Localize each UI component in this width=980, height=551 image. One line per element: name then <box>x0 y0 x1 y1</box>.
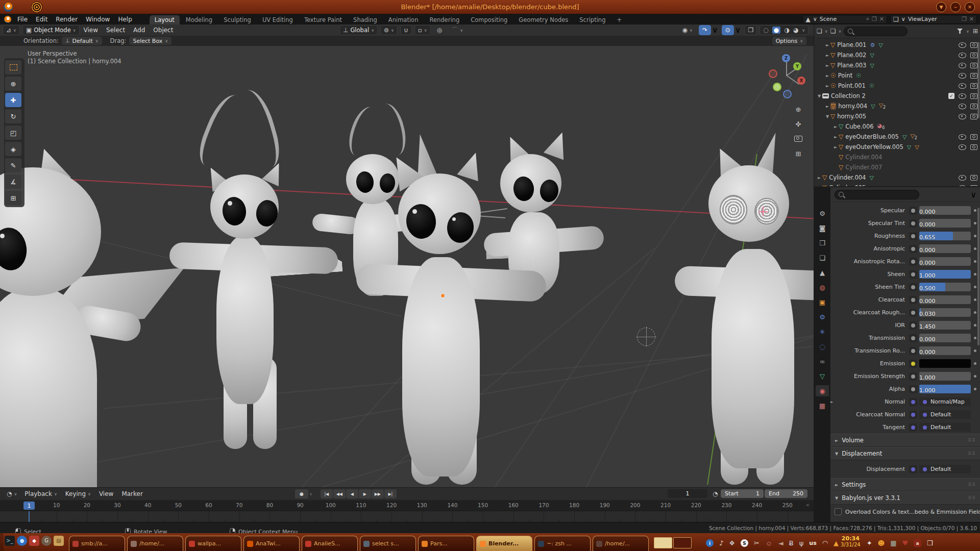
shading-material[interactable]: ◑ <box>784 27 789 33</box>
properties-search-input[interactable] <box>846 191 894 198</box>
outliner-row-plane-003[interactable]: ►▽Plane.003▽ <box>814 60 980 70</box>
taskbar-window-home[interactable]: /home/... <box>127 536 183 551</box>
expand-arrow[interactable]: ► <box>824 73 830 78</box>
tool-add-cube[interactable]: ⊞ <box>5 191 21 205</box>
properties-tab-output[interactable]: ❒ <box>816 237 829 248</box>
properties-scrollbar[interactable] <box>977 208 979 345</box>
keyframe-decorator[interactable] <box>974 222 976 224</box>
render-camera-icon[interactable] <box>970 53 977 58</box>
remove-viewlayer-icon[interactable]: ✕ <box>969 16 974 22</box>
tray-scissors-icon[interactable]: ✂ <box>754 540 760 546</box>
outliner-row-eyeouteryellow-005[interactable]: ►▽eyeOuterYellow.005▽▽ <box>814 142 980 152</box>
outliner-row-plane-001[interactable]: ►▽Plane.001⚙▽ <box>814 40 980 50</box>
object-name[interactable]: Plane.001 <box>837 41 866 48</box>
tool-cursor[interactable]: ⊕ <box>5 77 21 91</box>
preview-range-icon[interactable]: ◔ <box>709 489 721 499</box>
tray-volume-icon[interactable]: ◄ <box>778 540 783 546</box>
object-name[interactable]: Cylinder.004 <box>829 174 866 181</box>
launcher-browser-icon[interactable]: ● <box>17 536 27 546</box>
panel-grip-icon[interactable]: ⠿⠿ <box>968 451 976 456</box>
taskbar-clock[interactable]: 20:343/31/24 <box>841 535 861 548</box>
property-slider[interactable]: 1.000 <box>919 385 971 393</box>
expand-arrow[interactable]: ▼ <box>816 94 822 98</box>
outliner-scrollbar[interactable] <box>977 42 979 118</box>
menu-help[interactable]: Help <box>114 16 136 23</box>
properties-tab-render[interactable]: ◙ <box>816 222 829 234</box>
socket-button[interactable] <box>909 465 917 473</box>
workspace-tab-compositing[interactable]: Compositing <box>465 15 512 24</box>
object-name[interactable]: eyeOuterBlue.005 <box>845 133 899 140</box>
socket-button[interactable] <box>909 309 917 317</box>
new-scene-icon[interactable]: ❐ <box>872 16 877 22</box>
shading-wireframe[interactable]: ◌ <box>763 27 768 33</box>
taskbar-window-home[interactable]: /home/... <box>593 536 649 551</box>
object-name[interactable]: Collection 2 <box>831 92 866 99</box>
object-name[interactable]: eyeOuterYellow.005 <box>845 143 903 151</box>
property-slider[interactable]: 0.655 <box>919 232 971 240</box>
menu-file[interactable]: File <box>13 16 32 23</box>
pin-icon[interactable]: ⌖ <box>866 16 869 22</box>
keyframe-decorator[interactable] <box>974 298 976 301</box>
outliner-editor-icon[interactable]: ❏ <box>817 28 822 34</box>
taskbar-window-smb-a[interactable]: smb://a... <box>69 536 125 551</box>
xray-toggle[interactable]: ❐ <box>744 25 757 35</box>
pivot-selector[interactable]: ⊚∨ <box>380 25 398 35</box>
properties-tab-world[interactable]: ◍ <box>816 282 829 293</box>
jump-to-end-button[interactable]: ▶| <box>384 489 397 498</box>
expand-arrow[interactable]: ► <box>830 400 836 404</box>
proportional-edit-toggle[interactable]: ◎ <box>433 25 446 35</box>
visibility-eye-icon[interactable] <box>959 42 966 48</box>
expand-arrow[interactable]: ► <box>832 145 839 149</box>
taskbar-window-pars[interactable]: Pars... <box>418 536 474 551</box>
launcher-files-icon[interactable]: ▤ <box>54 536 64 546</box>
keyframe-decorator[interactable] <box>974 247 976 250</box>
panel-header-displacement[interactable]: ▼Displacement⠿⠿ <box>830 447 980 460</box>
tray-network-globe-icon[interactable]: ○ <box>765 539 773 547</box>
gizmo-z-axis[interactable]: Z <box>782 54 790 62</box>
gizmo-toggle[interactable]: ↷ <box>699 25 711 35</box>
object-name[interactable]: Plane.003 <box>837 62 866 69</box>
outliner-row-point-001[interactable]: ►☉Point.001☉ <box>814 81 980 91</box>
tray-music-icon[interactable]: ♪ <box>719 540 723 546</box>
outliner-search-input[interactable] <box>855 28 903 35</box>
proportional-falloff[interactable]: ⌒∨ <box>448 25 467 35</box>
keyframe-decorator[interactable] <box>974 286 976 288</box>
tool-measure[interactable]: ∡ <box>5 174 21 189</box>
tool-move[interactable]: ✚ <box>5 93 21 107</box>
properties-options-icon[interactable]: ∨ <box>970 190 976 199</box>
tray-archive-icon[interactable]: a <box>914 539 921 547</box>
gizmo-x-axis[interactable]: X <box>797 77 805 85</box>
property-slider[interactable]: 0.000 <box>919 219 971 228</box>
property-slider[interactable]: 0.000 <box>919 257 971 266</box>
tray-updates-warning-icon[interactable]: ▲ <box>834 540 839 546</box>
object-name[interactable]: Cube.006 <box>845 123 873 130</box>
launcher-terminal-icon[interactable]: >_ <box>5 536 15 546</box>
workspace-tab-uv-editing[interactable]: UV Editing <box>257 15 298 24</box>
checkbox[interactable] <box>835 508 842 515</box>
timeline-menu-keying[interactable]: Keying∨ <box>61 490 95 497</box>
workspace-tab-rendering[interactable]: Rendering <box>424 15 464 24</box>
timeline-ruler[interactable]: 1 < 102030405060708090100110120130140150… <box>0 500 814 511</box>
render-camera-icon[interactable] <box>970 73 977 79</box>
property-slider[interactable]: 0.000 <box>919 295 971 304</box>
socket-button[interactable] <box>909 360 917 368</box>
timeline-track[interactable] <box>0 511 814 523</box>
viewlayer-selector[interactable]: ❏∨ ViewLayer ❐ ✕ <box>890 15 977 24</box>
taskbar-window-analies[interactable]: AnalieS... <box>302 536 358 551</box>
workspace-tab-layout[interactable]: Layout <box>150 15 180 24</box>
auto-keyframe-button[interactable]: ● <box>295 489 308 498</box>
property-slider[interactable]: 0.030 <box>919 308 971 317</box>
property-slider[interactable]: 0.000 <box>919 206 971 215</box>
keyframe-decorator[interactable] <box>974 260 976 263</box>
properties-tab-modifiers[interactable]: ⚙ <box>816 311 829 322</box>
workspace-tab-geometry-nodes[interactable]: Geometry Nodes <box>513 15 573 24</box>
tray-keyboard-layout[interactable]: us <box>809 540 816 546</box>
property-slider[interactable]: 0.500 <box>919 283 971 291</box>
workspace-tab-animation[interactable]: Animation <box>383 15 424 24</box>
object-name[interactable]: Point <box>838 72 853 79</box>
snap-toggle[interactable]: ∪ <box>400 25 412 35</box>
tray-info-icon[interactable]: i <box>706 539 714 547</box>
frame-end-field[interactable]: End250 <box>765 489 807 498</box>
visibility-eye-icon[interactable] <box>959 134 966 140</box>
object-name[interactable]: horny.005 <box>837 113 866 120</box>
